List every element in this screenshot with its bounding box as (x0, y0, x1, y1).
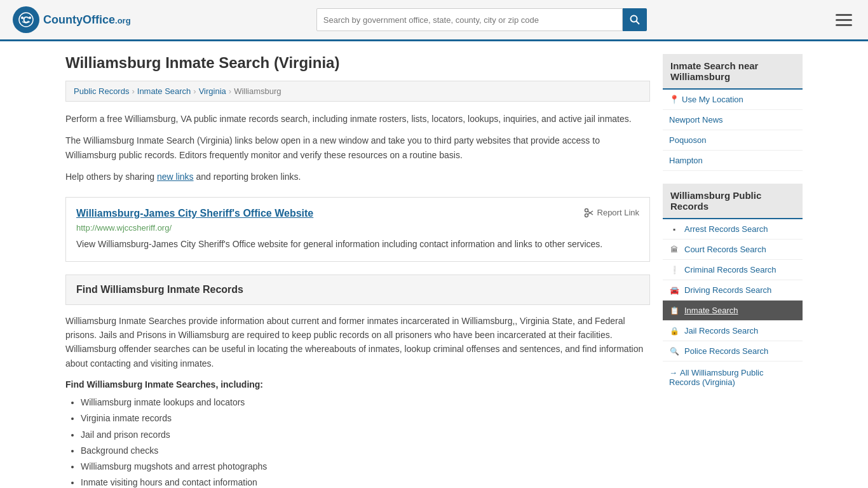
sidebar-records-list: ▪Arrest Records Search🏛Court Records Sea… (663, 219, 803, 362)
record-icon: 🏛 (669, 245, 679, 254)
sidebar-nearby-header: Inmate Search near Williamsburg (663, 54, 803, 90)
report-link-button[interactable]: Report Link (584, 208, 639, 218)
record-icon: ❕ (669, 266, 679, 274)
find-bullet-list: Williamsburg inmate lookups and locators… (65, 395, 650, 488)
resource-block: Williamsburg-James City Sheriff's Office… (65, 197, 650, 262)
svg-point-7 (585, 208, 588, 212)
record-link[interactable]: Driving Records Search (684, 285, 771, 295)
intro-text-3: Help others by sharing new links and rep… (65, 170, 650, 184)
intro-text-1: Perform a free Williamsburg, VA public i… (65, 112, 650, 126)
page-title: Williamsburg Inmate Search (Virginia) (65, 54, 650, 72)
sidebar-use-my-location[interactable]: 📍Use My Location (663, 90, 803, 110)
resource-title: Williamsburg-James City Sheriff's Office… (76, 208, 313, 219)
list-item: Inmate visiting hours and contact inform… (81, 475, 650, 488)
sidebar-nearby-section: Inmate Search near Williamsburg 📍Use My … (663, 54, 803, 171)
scissors-icon (584, 208, 594, 218)
list-item: Williamsburg inmate lookups and locators (81, 395, 650, 410)
breadcrumb: Public Records › Inmate Search › Virgini… (65, 81, 650, 102)
find-subsection-title: Find Williamsburg Inmate Searches, inclu… (65, 379, 650, 390)
sidebar-all-records-link[interactable]: →All Williamsburg Public Records (Virgin… (663, 362, 803, 393)
record-link[interactable]: Police Records Search (684, 346, 768, 356)
find-section-title: Find Williamsburg Inmate Records (76, 284, 639, 295)
site-header: C CountyOffice.org (0, 0, 868, 41)
logo-icon: C (13, 6, 39, 33)
record-link[interactable]: Inmate Search (684, 306, 738, 315)
svg-point-5 (630, 16, 637, 22)
list-item: Background checks (81, 443, 650, 459)
record-link[interactable]: Jail Records Search (684, 326, 758, 336)
record-icon: 🔒 (669, 327, 679, 336)
resource-description: View Williamsburg-James City Sheriff's O… (76, 238, 639, 251)
hampton-link[interactable]: Hampton (669, 156, 703, 165)
list-item: Virginia inmate records (81, 410, 650, 426)
sidebar-record-item[interactable]: 🏛Court Records Search (663, 240, 803, 260)
sidebar-public-records-section: Williamsburg Public Records ▪Arrest Reco… (663, 184, 803, 393)
search-icon (630, 15, 640, 25)
poquoson-link[interactable]: Poquoson (669, 135, 707, 145)
search-button[interactable] (623, 8, 647, 31)
main-container: Williamsburg Inmate Search (Virginia) Pu… (53, 41, 815, 488)
report-link-label: Report Link (597, 208, 639, 217)
record-icon: 🚘 (669, 286, 679, 295)
record-link[interactable]: Court Records Search (684, 245, 766, 254)
menu-line (836, 14, 852, 16)
list-item: Williamsburg mugshots and arrest photogr… (81, 459, 650, 475)
sidebar-record-item[interactable]: ❕Criminal Records Search (663, 260, 803, 280)
sidebar-public-records-header: Williamsburg Public Records (663, 184, 803, 219)
svg-point-3 (21, 17, 24, 19)
search-area (316, 8, 647, 31)
sidebar-record-item[interactable]: 🔍Police Records Search (663, 341, 803, 362)
sidebar-record-item[interactable]: 🔒Jail Records Search (663, 321, 803, 341)
resource-link[interactable]: Williamsburg-James City Sheriff's Office… (76, 208, 313, 219)
sidebar: Inmate Search near Williamsburg 📍Use My … (663, 54, 803, 488)
breadcrumb-williamsburg: Williamsburg (234, 86, 281, 96)
record-icon: 🔍 (669, 347, 679, 356)
location-pin-icon: 📍 (669, 95, 679, 104)
svg-point-8 (585, 214, 588, 217)
sidebar-nearby-poquoson[interactable]: Poquoson (663, 130, 803, 151)
list-item: Jail and prison records (81, 427, 650, 443)
menu-line (836, 24, 852, 26)
find-section-header: Find Williamsburg Inmate Records (65, 274, 650, 305)
resource-url[interactable]: http://www.wjccsheriff.org/ (76, 223, 639, 233)
intro-text-2: The Williamsburg Inmate Search (Virginia… (65, 133, 650, 162)
svg-line-6 (636, 22, 639, 25)
newport-news-link[interactable]: Newport News (669, 115, 723, 125)
new-links-link[interactable]: new links (157, 172, 194, 182)
sidebar-nearby-newport-news[interactable]: Newport News (663, 110, 803, 130)
content-area: Williamsburg Inmate Search (Virginia) Pu… (65, 54, 650, 488)
sidebar-record-item[interactable]: 📋Inmate Search (663, 301, 803, 321)
breadcrumb-inmate-search[interactable]: Inmate Search (137, 86, 191, 96)
record-link[interactable]: Arrest Records Search (684, 224, 768, 234)
record-link[interactable]: Criminal Records Search (684, 265, 776, 274)
breadcrumb-virginia[interactable]: Virginia (199, 86, 226, 96)
breadcrumb-public-records[interactable]: Public Records (74, 86, 129, 96)
sidebar-record-item[interactable]: ▪Arrest Records Search (663, 219, 803, 240)
use-my-location-link[interactable]: Use My Location (682, 95, 743, 104)
record-icon: 📋 (669, 306, 679, 315)
record-icon: ▪ (669, 225, 679, 234)
menu-line (836, 19, 852, 21)
resource-header: Williamsburg-James City Sheriff's Office… (76, 208, 639, 219)
hamburger-menu-button[interactable] (832, 11, 855, 29)
all-records-link[interactable]: →All Williamsburg Public Records (Virgin… (669, 368, 763, 387)
search-input[interactable] (316, 8, 623, 31)
logo[interactable]: C CountyOffice.org (13, 6, 131, 33)
find-section-text: Williamsburg Inmate Searches provide inf… (65, 314, 650, 371)
sidebar-record-item[interactable]: 🚘Driving Records Search (663, 280, 803, 301)
svg-point-4 (29, 17, 31, 19)
sidebar-nearby-hampton[interactable]: Hampton (663, 151, 803, 171)
logo-text: CountyOffice.org (43, 13, 131, 27)
